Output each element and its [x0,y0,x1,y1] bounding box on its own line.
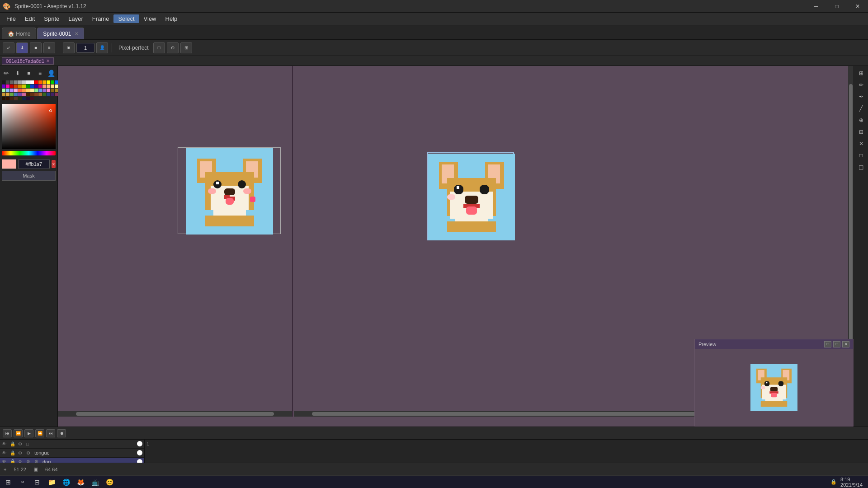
tool-person2[interactable]: 👤 [46,68,57,79]
rt-pencil[interactable]: ✏ [856,80,867,90]
palette-cell-26[interactable] [51,84,54,88]
palette-cell-58[interactable] [10,97,14,100]
palette-cell-7[interactable] [30,80,34,84]
menu-help[interactable]: Help [161,14,182,23]
tool-stop[interactable]: ■ [30,42,42,53]
pixel-mode-btn-3[interactable]: ⊞ [180,42,192,53]
palette-cell-1[interactable] [6,80,9,84]
rt-pen[interactable]: ✒ [856,91,867,102]
palette-cell-45[interactable] [14,93,18,96]
tool-person[interactable]: 👤 [96,42,108,53]
tool-down[interactable]: ⬇ [12,68,23,79]
rt-grid[interactable]: ⊞ [856,68,867,79]
palette-cell-28[interactable] [2,89,5,92]
palette-cell-56[interactable] [2,97,5,100]
tool-move[interactable]: ⬇ [16,42,28,53]
palette-cell-33[interactable] [22,89,26,92]
pixel-mode-btn-1[interactable]: □ [153,42,165,53]
menu-layer[interactable]: Layer [64,14,88,23]
palette-cell-14[interactable] [2,84,5,88]
tl-prev[interactable]: ⏪ [14,429,23,437]
canvas-left-hscroll[interactable] [58,411,292,417]
palette-cell-3[interactable] [14,80,18,84]
palette-cell-4[interactable] [18,80,22,84]
pixel-mode-btn-2[interactable]: ⊙ [167,42,179,53]
taskbar-search[interactable]: ⚬ [16,477,29,488]
tool-pencil[interactable]: ✏ [1,68,11,79]
palette-cell-30[interactable] [10,89,14,92]
palette-cell-43[interactable] [6,93,9,96]
rt-close[interactable]: ✕ [856,138,867,149]
rt-split[interactable]: ◫ [856,162,867,173]
palette-cell-57[interactable] [6,97,9,100]
palette-cell-53[interactable] [47,93,50,96]
layer-row-tongue[interactable]: 👁 🔒 ⚙ ⚙ tongue [0,449,144,458]
tool-lines[interactable]: ≡ [35,68,45,79]
tool-rect[interactable]: ■ [24,68,34,79]
palette-cell-61[interactable] [22,97,26,100]
mask-button[interactable]: Mask [2,171,56,181]
tab-sprite-close[interactable]: ✕ [75,31,78,36]
tool-arrow[interactable]: ↙ [3,42,14,53]
palette-cell-15[interactable] [6,84,9,88]
palette-cell-18[interactable] [18,84,22,88]
palette-cell-32[interactable] [18,89,22,92]
palette-cell-50[interactable] [34,93,38,96]
color-swatch[interactable] [2,159,16,169]
palette-cell-37[interactable] [38,89,42,92]
menu-view[interactable]: View [139,14,161,23]
palette-cell-25[interactable] [47,84,50,88]
palette-cell-42[interactable] [2,93,5,96]
palette-cell-16[interactable] [10,84,14,88]
taskbar-start[interactable]: ⊞ [2,477,14,488]
taskbar-taskview[interactable]: ⊟ [31,477,43,488]
palette-cell-0[interactable] [2,80,5,84]
rt-minus[interactable]: ⊟ [856,127,867,137]
taskbar-firefox[interactable]: 🦊 [74,477,87,488]
tl-forward[interactable]: ⏭ [46,429,55,437]
tl-record[interactable]: ⏺ [57,429,66,437]
palette-cell-6[interactable] [26,80,30,84]
palette-cell-47[interactable] [22,93,26,96]
layer-row-1[interactable]: 👁 🔒 ⚙ □ [0,440,144,449]
palette-cell-21[interactable] [30,84,34,88]
close-button[interactable]: ✕ [847,0,868,13]
palette-cell-38[interactable] [42,89,46,92]
palette-cell-46[interactable] [18,93,22,96]
palette-cell-31[interactable] [14,89,18,92]
rt-add[interactable]: ⊕ [856,115,867,126]
palette-cell-22[interactable] [34,84,38,88]
tab-home[interactable]: 🏠 Home [2,28,36,39]
brush-size-input[interactable] [76,43,94,53]
palette-cell-48[interactable] [26,93,30,96]
palette-cell-8[interactable] [34,80,38,84]
menu-edit[interactable]: Edit [20,14,39,23]
color-hex-input[interactable] [18,159,50,169]
rt-line[interactable]: ╱ [856,103,867,114]
color-tag[interactable]: 061e18c7ada8d1 ✕ [2,57,54,65]
palette-cell-35[interactable] [30,89,34,92]
palette-cell-29[interactable] [6,89,9,92]
tab-sprite[interactable]: Sprite-0001 ✕ [37,28,84,39]
tl-first[interactable]: ⏮ [3,429,12,437]
palette-cell-39[interactable] [47,89,50,92]
color-delete-button[interactable]: × [52,160,56,168]
color-gradient[interactable] [2,104,56,149]
palette-cell-49[interactable] [30,93,34,96]
palette-cell-44[interactable] [10,93,14,96]
menu-frame[interactable]: Frame [88,14,114,23]
palette-cell-19[interactable] [22,84,26,88]
palette-cell-59[interactable] [14,97,18,100]
palette-cell-40[interactable] [51,89,54,92]
tl-play[interactable]: ▶ [24,429,33,437]
palette-cell-34[interactable] [26,89,30,92]
color-tag-close[interactable]: ✕ [46,58,50,63]
tl-next[interactable]: ⏩ [35,429,44,437]
menu-sprite[interactable]: Sprite [39,14,64,23]
hscroll-thumb[interactable] [76,412,274,416]
palette-cell-36[interactable] [34,89,38,92]
palette-cell-54[interactable] [51,93,54,96]
sprite-canvas-left[interactable] [178,147,281,234]
sprite-canvas-right[interactable] [427,152,514,240]
tool-small-square[interactable]: ▣ [63,42,75,53]
